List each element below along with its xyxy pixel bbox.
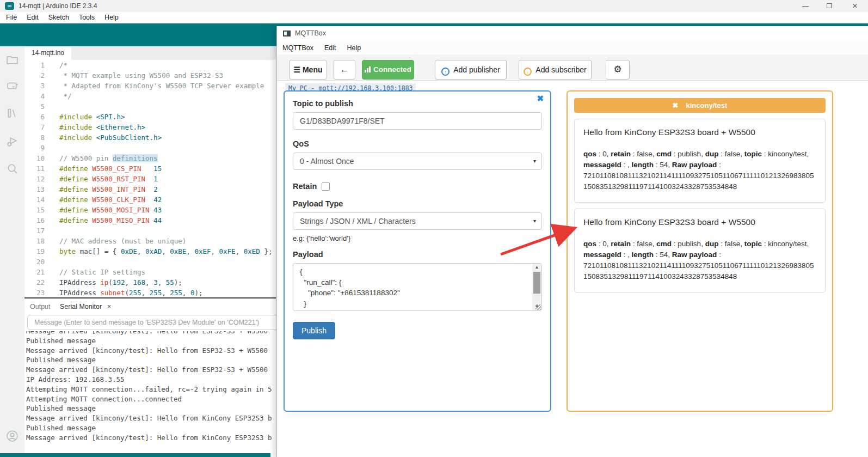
tab-output[interactable]: Output — [30, 300, 51, 314]
serial-output[interactable]: Message arrived [kincony/test]: Hello fr… — [24, 331, 276, 453]
mqttbox-window: MQTTBox MQTTBoxEditHelp ☰ Menu ← Connect… — [276, 26, 868, 457]
payload-type-label: Payload Type — [293, 199, 542, 208]
resize-grip[interactable] — [535, 304, 541, 310]
payload-textarea[interactable]: { "run_call": { "phone": "+8615381188302… — [293, 263, 542, 311]
chevron-down-icon: ▾ — [533, 153, 536, 169]
line-number: 11 — [24, 163, 45, 174]
gear-icon: ⚙ — [613, 64, 621, 75]
add-publisher-button[interactable]: ↑Add publisher — [435, 60, 507, 80]
line-number: 9 — [24, 143, 45, 153]
code-text — [45, 144, 59, 152]
code-editor[interactable]: 1/*2 * MQTT example using W5500 and ESP3… — [24, 60, 276, 297]
line-number: 10 — [24, 153, 45, 163]
code-text: #include <SPI.h> — [45, 113, 125, 121]
menu-item-help[interactable]: Help — [100, 12, 124, 23]
line-number: 22 — [24, 277, 45, 288]
qos-select[interactable]: 0 - Almost Once ▾ — [293, 153, 542, 170]
menu-item-sketch[interactable]: Sketch — [44, 12, 74, 23]
code-text: #define W5500_MISO_PIN 44 — [45, 216, 162, 224]
payload-text: { "run_call": { "phone": "+8615381188302… — [293, 265, 532, 310]
settings-button[interactable]: ⚙ — [606, 60, 630, 80]
arduino-app-icon: ∞ — [5, 2, 14, 10]
menu-item-edit[interactable]: Edit — [319, 44, 342, 52]
line-number: 23 — [24, 288, 45, 297]
serial-tab-close-icon[interactable]: × — [107, 300, 111, 314]
topic-to-publish-input[interactable] — [293, 112, 542, 130]
search-icon[interactable] — [5, 162, 19, 175]
menu-button-label: Menu — [303, 65, 323, 74]
publisher-panel: ✖ Topic to publish QoS 0 - Almost Once ▾… — [284, 90, 551, 412]
line-number: 6 — [24, 112, 45, 122]
publisher-close-icon[interactable]: ✖ — [537, 94, 544, 103]
menu-item-mqttbox[interactable]: MQTTBox — [277, 44, 319, 52]
line-number: 1 — [24, 60, 45, 70]
code-text: */ — [45, 92, 72, 100]
code-text: #include <PubSubClient.h> — [45, 133, 162, 142]
minimize-button[interactable]: — — [797, 0, 814, 12]
code-text: #define W5500_CS_PIN 15 — [45, 164, 162, 173]
line-number: 3 — [24, 81, 45, 91]
code-text — [45, 102, 59, 111]
line-number: 4 — [24, 91, 45, 101]
line-number: 19 — [24, 246, 45, 257]
code-line: 20 — [24, 257, 276, 267]
serial-line: Message arrived [kincony/test]: Hello fr… — [24, 365, 276, 375]
arduino-sidebar — [0, 46, 24, 453]
serial-message-input[interactable] — [27, 315, 279, 330]
add-subscriber-icon: ↓ — [524, 68, 532, 76]
message-card: Hello from KinCony ESP32S3 board + W5500… — [574, 119, 826, 203]
tab-serial-monitor[interactable]: Serial Monitor — [60, 300, 102, 314]
publish-button[interactable]: Publish — [293, 322, 335, 339]
debug-panel-icon[interactable] — [5, 135, 19, 148]
close-button[interactable]: ✕ — [847, 0, 863, 12]
menu-item-edit[interactable]: Edit — [22, 12, 44, 23]
back-button[interactable]: ← — [334, 60, 355, 80]
serial-line: Message arrived [kincony/test]: Hello fr… — [24, 346, 276, 356]
scroll-up-icon[interactable]: ▲ — [532, 264, 541, 271]
serial-line: Message arrived [kincony/test]: Hello fr… — [24, 331, 276, 336]
tab-14-mqtt-ino[interactable]: 14-mqtt.ino — [24, 46, 71, 60]
mqttbox-toolbar: ☰ Menu ← Connected ↑Add publisher ↓Add s… — [277, 54, 868, 81]
menu-item-help[interactable]: Help — [342, 44, 367, 52]
menu-item-tools[interactable]: Tools — [74, 12, 100, 23]
code-line: 9 — [24, 143, 276, 153]
subscriber-topic-label: kincony/test — [686, 101, 728, 109]
code-text: // Static IP settings — [45, 268, 145, 276]
menu-item-file[interactable]: File — [1, 12, 22, 23]
serial-line: Message arrived [kincony/test]: Hello fr… — [24, 433, 276, 443]
payload-scrollbar[interactable]: ▲ ▼ — [532, 264, 541, 310]
code-line: 6#include <SPI.h> — [24, 112, 276, 122]
payload-type-selected-value: Strings / JSON / XML / Characters — [300, 217, 416, 226]
menu-button[interactable]: ☰ Menu — [289, 60, 327, 80]
subscriber-topic-chip[interactable]: ✖kincony/test — [574, 98, 826, 113]
arduino-menubar: FileEditSketchToolsHelp — [0, 12, 868, 23]
add-publisher-label: Add publisher — [453, 65, 500, 74]
back-icon: ← — [340, 64, 349, 75]
payload-hint: e.g: {'hello':'world'} — [293, 234, 542, 242]
code-text: #define W5500_MOSI_PIN 43 — [45, 206, 162, 214]
connected-button[interactable]: Connected — [362, 60, 414, 80]
account-icon[interactable] — [5, 429, 19, 443]
mqttbox-menubar: MQTTBoxEditHelp — [277, 41, 868, 54]
payload-type-select[interactable]: Strings / JSON / XML / Characters ▾ — [293, 212, 542, 230]
library-manager-icon[interactable] — [5, 106, 19, 120]
line-number: 16 — [24, 215, 45, 226]
code-line: 15#define W5500_MOSI_PIN 43 — [24, 205, 276, 215]
qos-label: QoS — [293, 139, 542, 148]
restore-button[interactable]: ❐ — [821, 0, 838, 12]
boards-manager-icon[interactable] — [5, 79, 19, 93]
sketchbook-icon[interactable] — [5, 53, 19, 66]
code-line: 18// MAC address (must be unique) — [24, 236, 276, 246]
serial-line: Message arrived [kincony/test]: Hello fr… — [24, 413, 276, 423]
editor-splitter[interactable] — [24, 297, 276, 298]
code-text: IPAddress subnet(255, 255, 255, 0); — [45, 289, 202, 297]
line-number: 17 — [24, 226, 45, 236]
scroll-thumb[interactable] — [533, 272, 540, 294]
add-subscriber-button[interactable]: ↓Add subscriber — [519, 60, 592, 80]
retain-checkbox[interactable] — [322, 182, 330, 191]
unsubscribe-close-icon[interactable]: ✖ — [673, 101, 679, 109]
line-number: 14 — [24, 194, 45, 205]
code-text: #define W5500_RST_PIN 1 — [45, 175, 158, 183]
code-text — [45, 258, 59, 266]
mqttbox-titlebar: MQTTBox — [277, 26, 868, 41]
